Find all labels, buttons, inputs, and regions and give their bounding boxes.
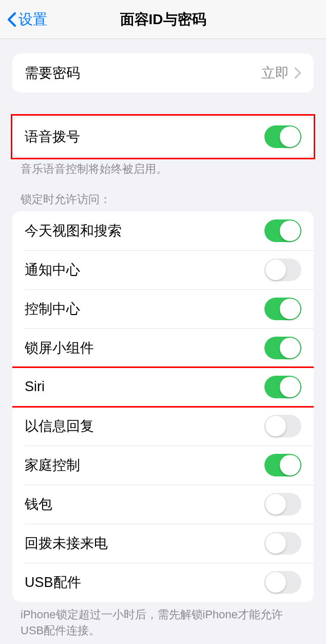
lock-access-row: 回拨未接来电: [12, 524, 314, 563]
toggle-knob: [280, 126, 300, 147]
toggle-knob: [280, 455, 300, 475]
toggle-knob: [265, 416, 286, 436]
lock-access-label: 家庭控制: [25, 456, 80, 474]
lock-access-label: 以信息回复: [25, 417, 94, 435]
lock-access-label: 回拨未接来电: [25, 534, 108, 553]
toggle-knob: [265, 533, 286, 554]
lock-access-toggle[interactable]: [264, 298, 301, 320]
toggle-knob: [280, 338, 300, 358]
toggle-knob: [280, 220, 300, 241]
voice-dial-row: 语音拨号: [12, 117, 314, 156]
lock-access-toggle[interactable]: [264, 571, 301, 594]
require-passcode-value: 立即: [261, 64, 289, 82]
chevron-right-icon: [294, 67, 301, 79]
voice-dial-toggle[interactable]: [264, 125, 301, 148]
lock-access-label: USB配件: [25, 573, 81, 592]
lock-access-row: 通知中心: [12, 250, 314, 289]
lock-access-group: 今天视图和搜索通知中心控制中心锁屏小组件Siri以信息回复家庭控制钱包回拨未接来…: [12, 211, 314, 602]
lock-access-toggle[interactable]: [264, 219, 301, 242]
back-label: 设置: [18, 10, 47, 29]
lock-access-toggle[interactable]: [264, 337, 301, 359]
lock-access-toggle[interactable]: [264, 532, 301, 555]
lock-access-label: 控制中心: [25, 300, 80, 318]
lock-access-label: 今天视图和搜索: [25, 222, 122, 240]
lock-access-row: 以信息回复: [12, 407, 314, 446]
require-passcode-label: 需要密码: [25, 64, 80, 82]
lock-access-row: 家庭控制: [12, 446, 314, 485]
navigation-bar: 设置 面容ID与密码: [0, 0, 326, 39]
voice-dial-label: 语音拨号: [25, 127, 80, 146]
chevron-left-icon: [5, 9, 18, 30]
toggle-knob: [265, 494, 286, 514]
toggle-knob: [280, 299, 300, 319]
lock-access-label: Siri: [25, 379, 45, 395]
lock-access-row: 今天视图和搜索: [12, 211, 314, 250]
lock-access-row: Siri: [12, 367, 314, 407]
toggle-knob: [280, 377, 300, 397]
lock-access-row: 钱包: [12, 485, 314, 524]
page-title: 面容ID与密码: [120, 10, 206, 29]
lock-access-header: 锁定时允许访问：: [21, 192, 305, 207]
lock-access-toggle[interactable]: [264, 493, 301, 516]
back-button[interactable]: 设置: [0, 9, 47, 30]
lock-access-row: 控制中心: [12, 289, 314, 328]
lock-access-row: 锁屏小组件: [12, 328, 314, 367]
lock-access-label: 钱包: [25, 495, 52, 513]
lock-access-footer: iPhone锁定超过一小时后，需先解锁iPhone才能允许USB配件连接。: [21, 607, 305, 639]
lock-access-toggle[interactable]: [264, 454, 301, 476]
voice-dial-group: 语音拨号: [12, 117, 314, 156]
lock-access-label: 锁屏小组件: [25, 339, 94, 357]
lock-access-row: USB配件: [12, 563, 314, 602]
lock-access-label: 通知中心: [25, 261, 80, 279]
require-passcode-group: 需要密码 立即: [12, 53, 314, 93]
lock-access-toggle[interactable]: [264, 376, 301, 398]
require-passcode-row[interactable]: 需要密码 立即: [12, 53, 314, 93]
toggle-knob: [265, 260, 286, 280]
lock-access-toggle[interactable]: [264, 415, 301, 437]
voice-dial-footer: 音乐语音控制将始终被启用。: [21, 161, 305, 177]
toggle-knob: [265, 572, 286, 593]
lock-access-toggle[interactable]: [264, 259, 301, 281]
